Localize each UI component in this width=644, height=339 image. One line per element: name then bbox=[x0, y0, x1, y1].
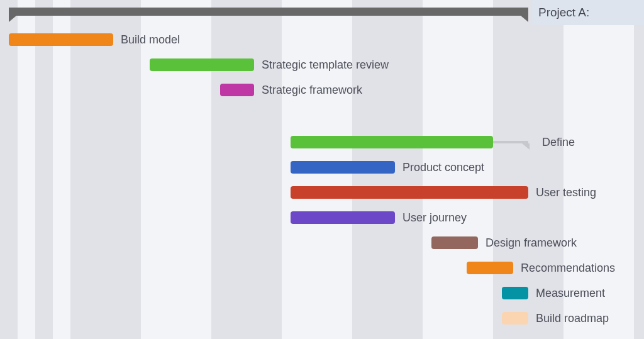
row-product-concept: Product concept bbox=[0, 161, 644, 186]
label-strategic-framework: Strategic framework bbox=[262, 84, 362, 96]
gantt-chart: Project A: Build model Strategic templat… bbox=[0, 0, 644, 339]
bar-define-group[interactable] bbox=[291, 136, 493, 148]
label-product-concept: Product concept bbox=[402, 161, 484, 174]
label-build-model: Build model bbox=[121, 33, 180, 46]
row-user-journey: User journey bbox=[0, 211, 644, 236]
bar-measurement[interactable] bbox=[502, 287, 528, 299]
row-define: Define bbox=[0, 136, 644, 161]
group-connector-icon bbox=[493, 141, 528, 143]
bar-user-testing[interactable] bbox=[291, 186, 528, 199]
row-build-roadmap: Build roadmap bbox=[0, 312, 644, 337]
summary-bar-project[interactable] bbox=[9, 8, 528, 16]
bar-design-framework[interactable] bbox=[431, 236, 478, 249]
row-strategic-framework: Strategic framework bbox=[0, 84, 644, 109]
bar-strategic-framework[interactable] bbox=[220, 84, 254, 96]
project-title-cell: Project A: bbox=[532, 0, 644, 25]
row-design-framework: Design framework bbox=[0, 236, 644, 262]
label-user-journey: User journey bbox=[402, 211, 467, 224]
bar-recommendations[interactable] bbox=[467, 262, 513, 274]
row-strategic-template-review: Strategic template review bbox=[0, 58, 644, 84]
label-user-testing: User testing bbox=[536, 186, 596, 199]
row-recommendations: Recommendations bbox=[0, 262, 644, 287]
project-title: Project A: bbox=[538, 6, 589, 19]
bar-strategic-template-review[interactable] bbox=[150, 58, 254, 71]
label-build-roadmap: Build roadmap bbox=[536, 312, 609, 325]
row-build-model: Build model bbox=[0, 33, 644, 58]
row-project: Project A: bbox=[0, 0, 644, 25]
row-measurement: Measurement bbox=[0, 287, 644, 312]
label-recommendations: Recommendations bbox=[521, 262, 615, 274]
bar-user-journey[interactable] bbox=[291, 211, 395, 224]
label-measurement: Measurement bbox=[536, 287, 605, 299]
label-define: Define bbox=[542, 136, 575, 148]
bar-build-roadmap[interactable] bbox=[502, 312, 528, 325]
row-user-testing: User testing bbox=[0, 186, 644, 211]
label-strategic-template-review: Strategic template review bbox=[262, 58, 389, 71]
bar-build-model[interactable] bbox=[9, 33, 113, 46]
label-design-framework: Design framework bbox=[486, 236, 577, 249]
bar-product-concept[interactable] bbox=[291, 161, 395, 174]
